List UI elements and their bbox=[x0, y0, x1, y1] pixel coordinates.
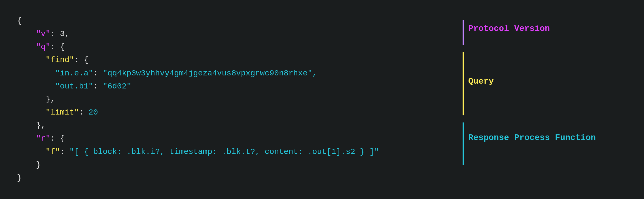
code-line-q: "q": { bbox=[17, 41, 329, 54]
response-process-annotation: Response Process Function bbox=[468, 133, 596, 143]
query-label: Query bbox=[468, 77, 494, 86]
code-line-q-close: }, bbox=[17, 119, 329, 132]
in-e-a-value: "qq4kp3w3yhhvy4gm4jgeza4vus8vpxgrwc90n8r… bbox=[103, 67, 317, 80]
code-line-r-close: } bbox=[17, 158, 329, 172]
code-line-limit: "limit": 20 bbox=[17, 106, 329, 119]
f-value: "[ { block: .blk.i?, timestamp: .blk.t?,… bbox=[69, 145, 379, 158]
query-annotation: Query bbox=[468, 77, 494, 86]
r-key: "r" bbox=[36, 132, 50, 145]
brace-open: { bbox=[17, 14, 22, 27]
annotations-panel: Protocol Version Query Response Process … bbox=[463, 11, 627, 188]
f-key: "f" bbox=[46, 145, 60, 158]
code-block: { "v": 3, "q": { "find": { "in.e.a": "qq… bbox=[17, 14, 329, 185]
in-e-a-key: "in.e.a" bbox=[55, 67, 93, 80]
find-key: "find" bbox=[46, 54, 74, 67]
v-value: 3, bbox=[60, 27, 69, 41]
limit-value: 20 bbox=[88, 106, 98, 119]
code-line-brace-close: } bbox=[17, 172, 329, 185]
code-line-v: "v": 3, bbox=[17, 27, 329, 41]
protocol-version-line bbox=[463, 20, 464, 45]
query-line bbox=[463, 52, 464, 115]
response-process-label: Response Process Function bbox=[468, 133, 596, 143]
out-b1-key: "out.b1" bbox=[55, 80, 93, 93]
q-key: "q" bbox=[36, 41, 50, 54]
code-line-out-b1: "out.b1": "6d02" bbox=[17, 80, 329, 93]
code-line-brace-open: { bbox=[17, 14, 329, 27]
code-line-f: "f": "[ { block: .blk.i?, timestamp: .bl… bbox=[17, 145, 329, 158]
response-process-line bbox=[463, 122, 464, 165]
limit-key: "limit" bbox=[46, 106, 79, 119]
out-b1-value: "6d02" bbox=[103, 80, 131, 93]
code-line-r: "r": { bbox=[17, 132, 329, 145]
code-line-find: "find": { bbox=[17, 54, 329, 67]
main-container: { "v": 3, "q": { "find": { "in.e.a": "qq… bbox=[0, 0, 644, 199]
code-line-in-e-a: "in.e.a": "qq4kp3w3yhhvy4gm4jgeza4vus8vp… bbox=[17, 67, 329, 80]
code-line-find-close: }, bbox=[17, 93, 329, 106]
protocol-version-label: Protocol Version bbox=[468, 24, 550, 33]
protocol-version-annotation: Protocol Version bbox=[468, 24, 550, 33]
v-key: "v" bbox=[36, 27, 50, 41]
